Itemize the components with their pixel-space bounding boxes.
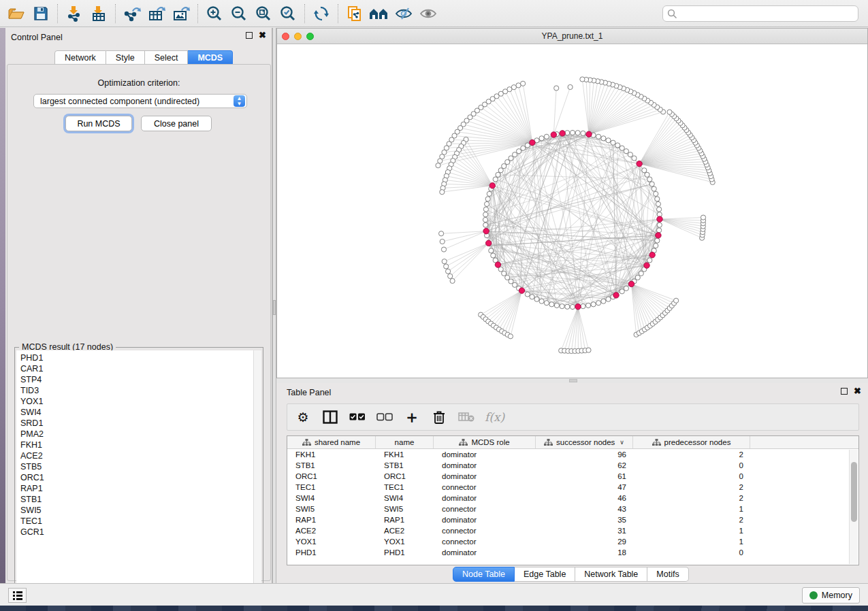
hide-selected-button[interactable] [391,3,416,24]
ring-node[interactable] [539,136,544,141]
delete-column-button[interactable] [430,407,448,427]
leaf-node[interactable] [442,259,447,264]
mcds-hub-node[interactable] [483,229,489,234]
ring-node[interactable] [502,271,507,276]
duplicate-network-button[interactable] [342,3,367,24]
ring-node[interactable] [596,134,601,139]
ring-node[interactable] [620,289,624,294]
zoom-selected-button[interactable] [276,3,300,24]
deselect-all-button[interactable] [376,407,393,427]
mcds-list-item[interactable]: YOX1 [20,396,254,407]
table-row[interactable]: RAP1RAP1dominator352 [287,514,858,525]
ring-node[interactable] [483,217,487,222]
ring-node[interactable] [483,207,488,212]
table-row[interactable]: TEC1TEC1connector472 [287,482,858,493]
tab-network[interactable]: Network [54,50,106,65]
ring-node[interactable] [517,149,521,154]
ring-node[interactable] [509,279,513,284]
ring-node[interactable] [581,131,585,135]
network-canvas[interactable] [277,44,867,378]
search-field[interactable] [662,5,858,22]
leaf-node[interactable] [440,239,445,244]
ring-node[interactable] [544,301,549,306]
zoom-out-button[interactable] [227,3,251,24]
search-input[interactable] [680,7,854,20]
ring-node[interactable] [485,197,490,201]
import-network-button[interactable] [62,3,86,24]
first-neighbors-button[interactable] [367,3,391,24]
mcds-hub-node[interactable] [657,216,662,222]
ring-node[interactable] [505,160,510,165]
ring-node[interactable] [628,152,632,157]
table-row[interactable]: SWI5SWI5connector431 [287,503,858,514]
export-table-button[interactable] [144,3,169,24]
ring-node[interactable] [624,149,628,154]
mcds-list-item[interactable]: TEC1 [20,516,254,527]
ring-node[interactable] [591,302,596,307]
ring-node[interactable] [483,222,488,227]
show-all-button[interactable] [416,3,440,24]
split-columns-button[interactable] [321,407,339,427]
mcds-list-item[interactable]: SRD1 [20,418,254,429]
ring-node[interactable] [487,191,492,196]
table-row[interactable]: ORC1ORC1dominator610 [287,471,858,482]
splitter-grip[interactable] [569,379,577,382]
ring-node[interactable] [575,131,580,135]
save-session-button[interactable] [29,3,53,24]
ring-node[interactable] [496,172,500,177]
mcds-hub-node[interactable] [656,233,661,238]
mcds-list-item[interactable]: STB5 [20,461,254,472]
column-header-MCDS-role[interactable]: MCDS role [434,436,536,448]
mcds-hub-node[interactable] [644,263,649,268]
import-table-button[interactable] [86,3,111,24]
leaf-node[interactable] [441,247,446,252]
column-header-predecessor-nodes[interactable]: predecessor nodes [633,436,750,448]
tab-motifs[interactable]: Motifs [647,567,688,582]
leaf-node[interactable] [446,269,451,274]
tab-mcds[interactable]: MCDS [188,50,233,65]
memory-button[interactable]: Memory [802,587,860,604]
mcds-hub-node[interactable] [486,240,492,246]
scrollbar-thumb[interactable] [851,462,857,522]
ring-node[interactable] [554,303,559,308]
mcds-list-item[interactable]: ORC1 [20,472,254,483]
table-scrollbar[interactable] [849,450,858,564]
ring-node[interactable] [565,131,570,135]
network-titlebar[interactable]: YPA_prune.txt_1 [277,29,867,44]
zoom-fit-button[interactable] [251,3,276,24]
tab-select[interactable]: Select [145,50,189,65]
ring-node[interactable] [570,304,575,309]
mcds-list-item[interactable]: PHD1 [20,352,254,363]
float-panel-icon[interactable] [246,32,253,39]
splitter-grip[interactable] [273,300,276,315]
mcds-list-item[interactable]: STB1 [20,494,254,505]
ring-node[interactable] [655,197,660,201]
export-image-button[interactable] [169,3,193,24]
tab-node-table[interactable]: Node Table [453,567,515,582]
table-options-button[interactable]: ⚙ [294,407,312,427]
ring-node[interactable] [649,182,654,186]
horizontal-splitter[interactable] [276,378,868,383]
table-row[interactable]: STB1STB1dominator620 [287,460,858,471]
ring-node[interactable] [647,177,652,182]
ring-node[interactable] [586,303,591,308]
ring-node[interactable] [645,172,649,177]
leaf-node[interactable] [448,274,453,278]
tab-edge-table[interactable]: Edge Table [515,567,575,582]
ring-node[interactable] [635,275,640,280]
ring-node[interactable] [534,297,539,301]
ring-node[interactable] [544,134,549,139]
leaf-node[interactable] [580,77,585,82]
ring-node[interactable] [639,271,643,276]
mcds-list-item[interactable]: GCR1 [20,527,254,538]
mcds-list-scrollbar[interactable] [253,350,261,598]
mcds-hub-node[interactable] [586,131,592,137]
mcds-hub-node[interactable] [530,139,535,145]
mcds-result-list[interactable]: PHD1CAR1STP4TID3YOX1SWI4SRD1PMA2FKH1ACE2… [16,350,255,598]
ring-node[interactable] [657,207,662,212]
ring-node[interactable] [606,297,611,301]
mcds-list-item[interactable]: STP4 [20,374,254,385]
float-panel-icon[interactable] [841,388,848,395]
ring-node[interactable] [521,146,526,150]
mcds-list-item[interactable]: SWI4 [20,407,254,418]
